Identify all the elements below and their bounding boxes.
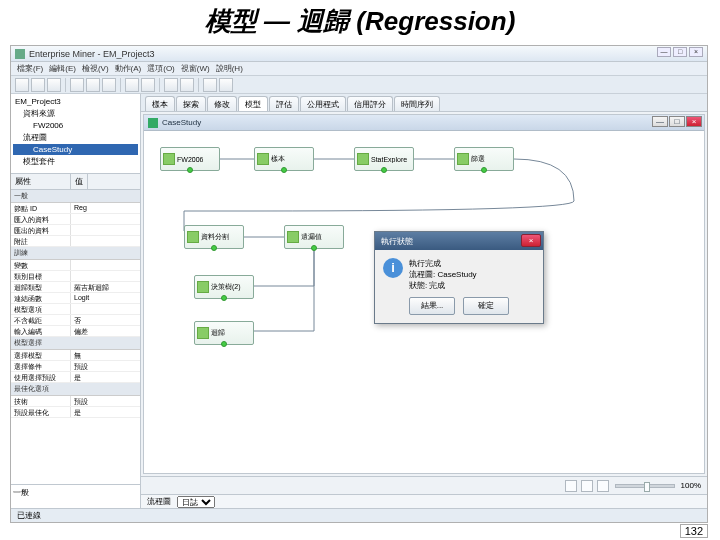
node-sample[interactable]: 樣本	[254, 147, 314, 171]
canvas-title: CaseStudy	[162, 118, 201, 127]
zoom-out-icon[interactable]	[597, 480, 609, 492]
prop-row[interactable]: 模型選項	[11, 304, 140, 315]
tree-root[interactable]: EM_Project3	[13, 96, 138, 107]
page-number: 132	[680, 524, 708, 538]
tab-sample[interactable]: 樣本	[145, 96, 175, 111]
tool-cut-icon[interactable]	[70, 78, 84, 92]
canvas-window: CaseStudy — □ ×	[143, 114, 705, 474]
prop-row[interactable]: 不含截距否	[11, 315, 140, 326]
prop-row[interactable]: 連結函數Logit	[11, 293, 140, 304]
menu-action[interactable]: 動作(A)	[115, 63, 142, 74]
status-text: 已連線	[17, 510, 41, 521]
tool-run-icon[interactable]	[164, 78, 178, 92]
tool-stop-icon[interactable]	[180, 78, 194, 92]
dialog-msg2: 流程圖: CaseStudy	[409, 269, 477, 280]
dialog-titlebar[interactable]: 執行狀態 ×	[375, 232, 543, 250]
tree-packages[interactable]: 模型套件	[13, 155, 138, 168]
prop-row[interactable]: 輸入編碼偏差	[11, 326, 140, 337]
node-palette-tabs: 樣本 探索 修改 模型 評估 公用程式 信用評分 時間序列	[141, 94, 707, 112]
desc-panel: 一般	[11, 484, 140, 508]
prop-row[interactable]: 匯出的資料	[11, 225, 140, 236]
canvas-statusbar: 100%	[141, 476, 707, 494]
tool-paste-icon[interactable]	[102, 78, 116, 92]
tab-credit[interactable]: 信用評分	[347, 96, 393, 111]
prop-row[interactable]: 迴歸類型羅吉斯迴歸	[11, 282, 140, 293]
zoom-thumb[interactable]	[644, 482, 650, 492]
statexplore-icon	[357, 153, 369, 165]
dialog-msg1: 執行完成	[409, 258, 477, 269]
tab-time[interactable]: 時間序列	[394, 96, 440, 111]
menu-options[interactable]: 選項(O)	[147, 63, 175, 74]
tree-casestudy[interactable]: CaseStudy	[13, 144, 138, 155]
node-decisiontree[interactable]: 決策樹(2)	[194, 275, 254, 299]
tab-modify[interactable]: 修改	[207, 96, 237, 111]
prop-row[interactable]: 選擇模型無	[11, 350, 140, 361]
minimize-button[interactable]: —	[657, 47, 671, 57]
tool-copy-icon[interactable]	[86, 78, 100, 92]
run-icon[interactable]	[565, 480, 577, 492]
slide-title: 模型 — 迴歸 (Regression)	[0, 0, 720, 45]
dialog-close-button[interactable]: ×	[521, 234, 541, 247]
prop-row[interactable]: 節點 IDReg	[11, 203, 140, 214]
tree-diagrams[interactable]: 流程圖	[13, 131, 138, 144]
prop-row[interactable]: 附註	[11, 236, 140, 247]
app-titlebar[interactable]: Enterprise Miner - EM_Project3 — □ ×	[11, 46, 707, 62]
close-button[interactable]: ×	[689, 47, 703, 57]
canvas-close-button[interactable]: ×	[686, 116, 702, 127]
app-title: Enterprise Miner - EM_Project3	[29, 49, 155, 59]
menu-help[interactable]: 說明(H)	[216, 63, 243, 74]
prop-row[interactable]: 技術預設	[11, 396, 140, 407]
props-col-key: 屬性	[11, 174, 71, 189]
tool-save-icon[interactable]	[47, 78, 61, 92]
dialog-msg3: 狀態: 完成	[409, 280, 477, 291]
datasource-icon	[163, 153, 175, 165]
tool-undo-icon[interactable]	[125, 78, 139, 92]
tab-model[interactable]: 模型	[238, 96, 268, 111]
pointer-icon[interactable]	[581, 480, 593, 492]
ok-button[interactable]: 確定	[463, 297, 509, 315]
sample-icon	[257, 153, 269, 165]
tool-open-icon[interactable]	[31, 78, 45, 92]
menu-edit[interactable]: 編輯(E)	[49, 63, 76, 74]
node-impute[interactable]: 遺漏值	[284, 225, 344, 249]
canvas-titlebar[interactable]: CaseStudy — □ ×	[144, 115, 704, 131]
tree-fw2006[interactable]: FW2006	[13, 120, 138, 131]
zoom-slider[interactable]	[615, 484, 675, 488]
tool-new-icon[interactable]	[15, 78, 29, 92]
tree-datasources[interactable]: 資料來源	[13, 107, 138, 120]
canvas-max-button[interactable]: □	[669, 116, 685, 127]
process-flow-canvas[interactable]: FW2006 樣本 StatExplore 篩選 資料分割 遺漏值 決策樹(2)…	[144, 131, 704, 473]
node-filter[interactable]: 篩選	[454, 147, 514, 171]
regression-icon	[197, 327, 209, 339]
prop-row[interactable]: 類別目標	[11, 271, 140, 282]
canvas-min-button[interactable]: —	[652, 116, 668, 127]
prop-row[interactable]: 預設最佳化是	[11, 407, 140, 418]
tab-assess[interactable]: 評估	[269, 96, 299, 111]
menu-view[interactable]: 檢視(V)	[82, 63, 109, 74]
filter-icon	[457, 153, 469, 165]
menu-file[interactable]: 檔案(F)	[17, 63, 43, 74]
tool-zoom-icon[interactable]	[203, 78, 217, 92]
props-panel[interactable]: 一般節點 IDReg匯入的資料匯出的資料附註訓練變數類別目標迴歸類型羅吉斯迴歸連…	[11, 190, 140, 484]
node-statexplore[interactable]: StatExplore	[354, 147, 414, 171]
prop-row[interactable]: 選擇條件預設	[11, 361, 140, 372]
prop-row[interactable]: 匯入的資料	[11, 214, 140, 225]
log-dropdown[interactable]: 日誌	[177, 496, 215, 508]
project-tree[interactable]: EM_Project3 資料來源 FW2006 流程圖 CaseStudy 模型…	[11, 94, 140, 174]
tool-help-icon[interactable]	[219, 78, 233, 92]
desc-label: 一般	[13, 487, 138, 498]
prop-row[interactable]: 使用選擇預設是	[11, 372, 140, 383]
tab-explore[interactable]: 探索	[176, 96, 206, 111]
node-datasource[interactable]: FW2006	[160, 147, 220, 171]
prop-row[interactable]: 變數	[11, 260, 140, 271]
tool-redo-icon[interactable]	[141, 78, 155, 92]
node-partition[interactable]: 資料分割	[184, 225, 244, 249]
results-button[interactable]: 結果...	[409, 297, 455, 315]
tab-utility[interactable]: 公用程式	[300, 96, 346, 111]
maximize-button[interactable]: □	[673, 47, 687, 57]
run-status-dialog: 執行狀態 × i 執行完成 流程圖: CaseStudy 狀態: 完成	[374, 231, 544, 324]
menu-window[interactable]: 視窗(W)	[181, 63, 210, 74]
app-statusbar: 已連線	[11, 508, 707, 522]
node-regression[interactable]: 迴歸	[194, 321, 254, 345]
app-window: Enterprise Miner - EM_Project3 — □ × 檔案(…	[10, 45, 708, 523]
